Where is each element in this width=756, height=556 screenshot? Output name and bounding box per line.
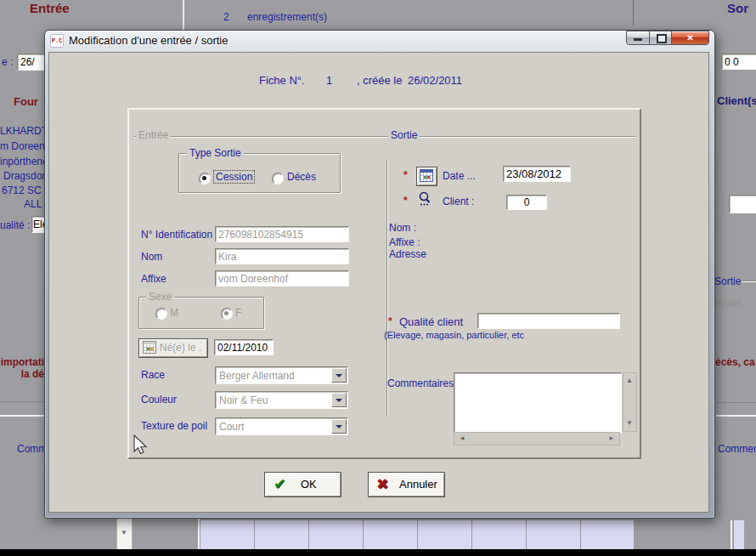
check-icon: ✔ (274, 475, 285, 493)
bg-sortie-group-label: Sortie (714, 275, 741, 287)
title-bar[interactable]: P.C Modification d'une entrée / sortie (45, 31, 713, 51)
sortie-client-input[interactable] (506, 195, 547, 210)
couleur-label: Couleur (141, 394, 177, 406)
bg-separator (716, 402, 756, 403)
bg-table-row[interactable] (200, 520, 634, 551)
scroll-down-icon[interactable]: ▼ (121, 530, 127, 536)
sortie-nom-label: Nom : (389, 222, 416, 234)
bg-grid-line (731, 520, 732, 551)
entree-section-label: Entrée (136, 130, 171, 140)
maximize-icon (657, 34, 667, 43)
bg-table-cell (734, 520, 744, 551)
bg-empty-input[interactable] (729, 195, 756, 213)
bg-scrollbar[interactable]: ▼ (116, 517, 133, 553)
bg-address-line: ALL (24, 198, 42, 210)
bg-date-label: e : (2, 56, 13, 68)
bg-address-line: Dragsdorf (3, 170, 48, 182)
race-value: Berger Allemand (219, 370, 295, 382)
sexe-legend: Sexe (146, 292, 174, 302)
qualite-client-input[interactable] (477, 313, 620, 329)
minimize-icon (634, 38, 642, 41)
couleur-dropdown-button (331, 393, 347, 407)
ok-button[interactable]: ✔ OK (264, 472, 341, 497)
chevron-down-icon (336, 425, 342, 432)
bg-sortie-group-line (742, 281, 756, 281)
cancel-button[interactable]: ✖ Annuler (368, 472, 445, 497)
close-icon: ✕ (686, 33, 693, 43)
radio-cession-label[interactable]: Cession (214, 171, 254, 183)
identification-label: N° Identification (141, 229, 212, 241)
cursor-arrow-icon (133, 434, 151, 457)
scroll-right-icon[interactable]: ► (608, 435, 615, 442)
bg-separator (0, 415, 48, 417)
radio-sexe-f-label: F (235, 307, 241, 319)
sortie-date-label: Date ... (443, 170, 476, 182)
bg-taskbar-edge (0, 549, 756, 556)
radio-cession[interactable] (199, 173, 211, 184)
birthdate-button-label: Né(e) le . (160, 342, 201, 354)
screen: Entrée 2 enregistrement(s) Sor e : Four … (0, 0, 756, 556)
radio-deces[interactable] (272, 173, 284, 184)
bg-sortie-title: Sor (727, 1, 748, 15)
bg-address-line: inpörthene (0, 156, 48, 167)
bg-import-line: importati (0, 356, 44, 368)
texture-value: Court (219, 421, 244, 433)
maximize-button[interactable] (649, 31, 673, 45)
couleur-value: Noir & Feu (219, 394, 268, 406)
sortie-date-input[interactable] (503, 166, 571, 182)
sortie-section-label: Sortie (388, 130, 420, 140)
bg-address-line: 6712 SC (2, 184, 42, 196)
commentaires-textarea[interactable] (454, 372, 622, 434)
bg-address-line: LKHARDT (0, 125, 48, 137)
radio-deces-label[interactable]: Décès (287, 171, 316, 183)
bg-divider-line (183, 0, 184, 30)
radio-dot (202, 176, 206, 180)
couleur-combobox: Noir & Feu (215, 391, 348, 409)
texture-dropdown-button (331, 419, 347, 434)
fiche-number: 1 (326, 74, 332, 87)
race-label: Race (141, 369, 165, 381)
close-button[interactable]: ✕ (671, 31, 709, 45)
bg-divider-line-2 (633, 0, 634, 26)
bg-record-count-label: enregistrement(s) (247, 11, 327, 23)
bg-address-line: m Doreenh (0, 140, 50, 152)
qualite-client-hint: (Elevage, magasin, particulier, etc (384, 330, 524, 340)
bg-clients-label: Client(s (717, 94, 756, 107)
bg-deces-label: écès, ca (715, 356, 755, 368)
fiche-created-label: , créée le (357, 74, 402, 87)
minimize-button[interactable] (626, 31, 651, 45)
bg-comment-label: Commen (718, 443, 756, 455)
sortie-adresse-label: Adresse (389, 248, 426, 260)
cancel-button-label: Annuler (399, 478, 437, 491)
date-picker-button[interactable] (416, 167, 437, 186)
birthdate-button: Né(e) le . (138, 338, 208, 358)
bg-import-line: la dé (0, 368, 44, 380)
bg-separator (0, 401, 47, 402)
commentaires-hscrollbar[interactable]: ◄ ► (454, 432, 620, 445)
bg-fournisseur-label: Four (14, 95, 38, 108)
commentaires-vscrollbar[interactable]: ▲ ▼ (623, 372, 637, 432)
radio-sexe-m (155, 308, 167, 320)
sortie-affixe-label: Affixe : (389, 236, 420, 248)
chevron-down-icon (336, 399, 342, 406)
required-mark: * (403, 169, 408, 181)
race-combobox: Berger Allemand (215, 366, 348, 384)
affixe-label: Affixe (141, 273, 166, 285)
commentaires-label: Commentaires (387, 377, 454, 389)
bg-separator (716, 415, 756, 417)
radio-sexe-f (221, 308, 233, 320)
bg-right-input[interactable] (721, 54, 756, 70)
fiche-created-date: 26/02/2011 (408, 74, 462, 87)
identification-input (215, 226, 349, 242)
radio-dot (224, 311, 228, 315)
bg-comment-label: Comm (17, 443, 47, 455)
search-icon[interactable] (417, 190, 434, 207)
scroll-up-icon[interactable]: ▲ (626, 377, 633, 384)
affixe-input (215, 270, 349, 287)
scroll-down-icon[interactable]: ▼ (626, 420, 633, 427)
ok-button-label: OK (301, 478, 317, 491)
race-dropdown-button (331, 368, 347, 383)
nom-label: Nom (141, 251, 162, 263)
scroll-left-icon[interactable]: ◄ (459, 435, 465, 442)
chevron-down-icon (336, 374, 342, 381)
